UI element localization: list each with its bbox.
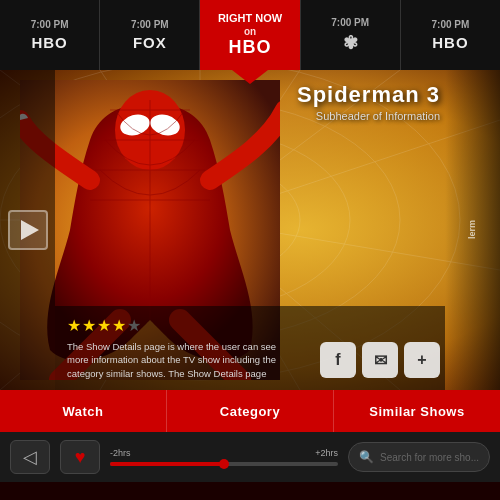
nbc-peacock-icon: ✾ (343, 32, 358, 54)
favorite-button[interactable]: ♥ (60, 440, 100, 474)
back-icon: ◁ (23, 446, 37, 468)
timeline-forward-label: +2hrs (315, 448, 338, 458)
timeline-thumb[interactable] (219, 459, 229, 469)
tab-bar: Watch Category Similar Shows (0, 390, 500, 432)
channel-name-2: FOX (133, 34, 167, 51)
show-title-area: Spiderman 3 Subheader of Information (297, 82, 440, 122)
timeline-labels: -2hrs +2hrs (110, 448, 338, 458)
search-placeholder-text: Search for more sho... (380, 452, 479, 463)
timeline-fill (110, 462, 224, 466)
on-label: on (244, 26, 256, 37)
channel-time-5: 7:00 PM (432, 19, 470, 30)
channel-name-1: HBO (31, 34, 67, 51)
star-1: ★ (67, 316, 81, 335)
back-button[interactable]: ◁ (10, 440, 50, 474)
channel-time-4: 7:00 PM (331, 17, 369, 28)
right-preview-panel: lerm (445, 70, 500, 390)
channel-item-nbc[interactable]: 7:00 PM ✾ (301, 0, 401, 70)
timeline-track[interactable] (110, 462, 338, 466)
channel-name-active: HBO (229, 37, 272, 58)
tab-watch[interactable]: Watch (0, 390, 167, 432)
channel-time-2: 7:00 PM (131, 19, 169, 30)
star-5: ★ (127, 316, 141, 335)
channel-time-1: 7:00 PM (31, 19, 69, 30)
left-preview-panel (0, 70, 55, 390)
right-now-label: RIGHT NOW (218, 12, 282, 25)
action-buttons-group: f ✉ + (320, 342, 440, 378)
rating-row: ★ ★ ★ ★ ★ (67, 316, 433, 335)
email-button[interactable]: ✉ (362, 342, 398, 378)
right-preview-text: lerm (467, 220, 478, 239)
channel-item-hbo1[interactable]: 7:00 PM HBO (0, 0, 100, 70)
tab-similar-shows[interactable]: Similar Shows (334, 390, 500, 432)
bottom-bar: ◁ ♥ -2hrs +2hrs 🔍 Search for more sho... (0, 432, 500, 482)
channel-name-5: HBO (432, 34, 468, 51)
search-box[interactable]: 🔍 Search for more sho... (348, 442, 490, 472)
timeline-area: -2hrs +2hrs (110, 448, 338, 466)
add-button[interactable]: + (404, 342, 440, 378)
star-3: ★ (97, 316, 111, 335)
timeline-back-label: -2hrs (110, 448, 131, 458)
show-description: The Show Details page is where the user … (67, 340, 287, 380)
tab-category[interactable]: Category (167, 390, 334, 432)
show-subtitle: Subheader of Information (297, 110, 440, 122)
show-title: Spiderman 3 (297, 82, 440, 108)
channel-item-hbo5[interactable]: 7:00 PM HBO (401, 0, 500, 70)
facebook-icon: f (335, 351, 340, 369)
main-content-area: lerm Spiderman 3 Subheader of Informatio… (0, 70, 500, 390)
facebook-button[interactable]: f (320, 342, 356, 378)
star-2: ★ (82, 316, 96, 335)
channel-bar: 7:00 PM HBO 7:00 PM FOX RIGHT NOW on HBO… (0, 0, 500, 70)
heart-icon: ♥ (75, 447, 86, 468)
star-4: ★ (112, 316, 126, 335)
add-icon: + (417, 351, 426, 369)
channel-item-fox[interactable]: 7:00 PM FOX (100, 0, 200, 70)
search-icon: 🔍 (359, 450, 374, 464)
play-button[interactable] (8, 210, 48, 250)
email-icon: ✉ (374, 351, 387, 370)
channel-item-hbo-active[interactable]: RIGHT NOW on HBO (200, 0, 300, 70)
